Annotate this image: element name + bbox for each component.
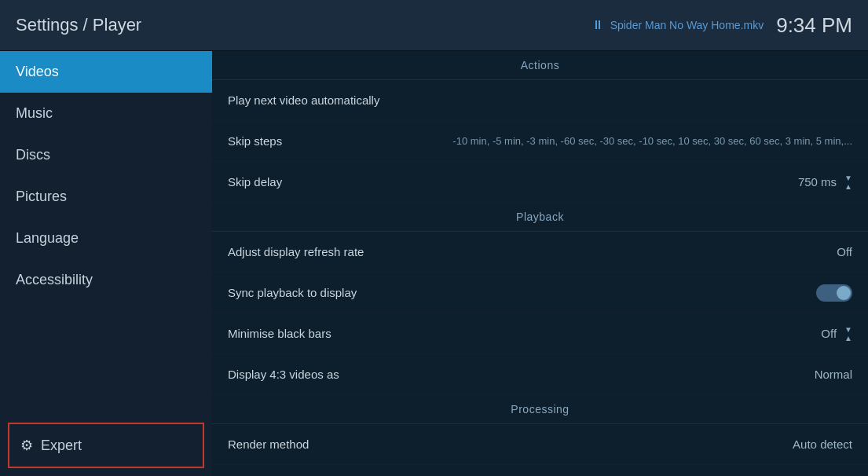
header-right: ⏸ Spider Man No Way Home.mkv 9:34 PM — [591, 13, 852, 38]
black-bars-arrows[interactable]: ▼ ▲ — [844, 325, 852, 342]
setting-skip-steps[interactable]: Skip steps -10 min, -5 min, -3 min, -60 … — [212, 121, 868, 162]
setting-value-skip: -10 min, -5 min, -3 min, -60 sec, -30 se… — [452, 135, 852, 147]
arrow-down-icon[interactable]: ▼ — [844, 174, 852, 182]
arrow-up-icon[interactable]: ▲ — [844, 182, 852, 191]
setting-label: Sync playback to display — [228, 286, 357, 299]
sync-playback-toggle[interactable] — [816, 284, 852, 302]
setting-value-off: Off — [837, 245, 852, 258]
arrow-down-icon[interactable]: ▼ — [844, 325, 852, 334]
setting-label: Skip steps — [228, 134, 282, 148]
setting-value-black-bars: Off ▼ ▲ — [821, 325, 852, 342]
section-header-playback: Playback — [212, 203, 868, 232]
setting-skip-delay[interactable]: Skip delay 750 ms ▼ ▲ — [212, 162, 868, 203]
sidebar-item-language[interactable]: Language — [0, 218, 212, 259]
sidebar-item-music[interactable]: Music — [0, 93, 212, 134]
section-header-processing: Processing — [212, 395, 868, 424]
sidebar-item-videos[interactable]: Videos — [0, 51, 212, 93]
setting-sync-playback[interactable]: Sync playback to display — [212, 273, 868, 313]
setting-play-next-video[interactable]: Play next video automatically — [212, 80, 868, 121]
skip-delay-arrows[interactable]: ▼ ▲ — [844, 174, 852, 191]
sidebar-item-pictures[interactable]: Pictures — [0, 176, 212, 218]
setting-value-normal: Normal — [815, 368, 852, 381]
main-content: Actions Play next video automatically Sk… — [212, 51, 868, 476]
setting-label: Display 4:3 videos as — [228, 368, 339, 381]
sidebar-items: Videos Music Discs Pictures Language Acc… — [0, 51, 212, 301]
setting-label: Adjust display refresh rate — [228, 245, 364, 258]
setting-adjust-display[interactable]: Adjust display refresh rate Off — [212, 232, 868, 273]
main-layout: Videos Music Discs Pictures Language Acc… — [0, 51, 868, 476]
clock: 9:34 PM — [776, 13, 852, 38]
section-header-actions: Actions — [212, 51, 868, 80]
sidebar: Videos Music Discs Pictures Language Acc… — [0, 51, 212, 476]
now-playing-text: Spider Man No Way Home.mkv — [610, 19, 764, 31]
setting-label: Minimise black bars — [228, 327, 331, 340]
setting-value-skip-delay: 750 ms ▼ ▲ — [798, 174, 852, 191]
setting-hq-scalers[interactable]: - Enable HQ scalers for scaling above 20… — [212, 465, 868, 476]
sidebar-item-accessibility[interactable]: Accessibility — [0, 259, 212, 301]
header: Settings / Player ⏸ Spider Man No Way Ho… — [0, 0, 868, 51]
setting-value-auto: Auto detect — [793, 438, 852, 451]
arrow-up-icon[interactable]: ▲ — [844, 334, 852, 342]
page-title: Settings / Player — [16, 15, 141, 35]
now-playing: ⏸ Spider Man No Way Home.mkv — [591, 18, 764, 32]
expert-label: Expert — [41, 438, 82, 454]
setting-value-toggle — [816, 284, 852, 302]
gear-icon: ⚙ — [20, 437, 33, 454]
setting-label: Play next video automatically — [228, 93, 379, 107]
setting-minimise-black-bars[interactable]: Minimise black bars Off ▼ ▲ — [212, 313, 868, 354]
setting-display-43[interactable]: Display 4:3 videos as Normal — [212, 354, 868, 395]
setting-label: Render method — [228, 438, 309, 451]
film-icon: ⏸ — [591, 18, 604, 32]
setting-render-method[interactable]: Render method Auto detect — [212, 424, 868, 465]
expert-button[interactable]: ⚙ Expert — [8, 423, 204, 468]
setting-label: Skip delay — [228, 175, 282, 189]
sidebar-item-discs[interactable]: Discs — [0, 134, 212, 176]
